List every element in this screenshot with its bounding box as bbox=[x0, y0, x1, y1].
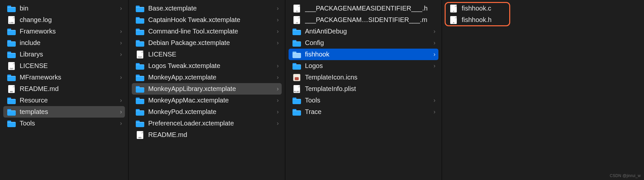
item-label: fishhook.h bbox=[462, 16, 640, 24]
list-item[interactable]: TXTLICENSE bbox=[0, 60, 128, 72]
folder-icon bbox=[292, 108, 301, 116]
list-item[interactable]: MonkeyPod.xctemplate› bbox=[129, 106, 285, 118]
chevron-right-icon: › bbox=[118, 28, 124, 35]
list-item[interactable]: Trace› bbox=[285, 106, 442, 118]
list-item[interactable]: .h___PACKAGENAMEASIDENTIFIER___.h bbox=[285, 3, 442, 14]
item-label: Debian Package.xctemplate bbox=[148, 39, 274, 47]
file-icon: LOG bbox=[7, 16, 16, 24]
finder-column-view: bin›LOGchange.logFrameworks›include›Libr… bbox=[0, 0, 644, 180]
folder-icon bbox=[136, 16, 144, 24]
chevron-right-icon: › bbox=[274, 16, 281, 23]
file-icon: TXT bbox=[7, 62, 16, 70]
file-icon: TXT bbox=[136, 50, 144, 59]
item-label: TemplateInfo.plist bbox=[305, 85, 438, 93]
list-item[interactable]: templates› bbox=[3, 106, 125, 118]
chevron-right-icon: › bbox=[431, 62, 438, 69]
item-label: Config bbox=[305, 39, 431, 47]
chevron-right-icon: › bbox=[274, 39, 281, 46]
list-item[interactable]: .hfishhook.h bbox=[442, 14, 644, 26]
folder-icon bbox=[7, 4, 16, 13]
list-item[interactable]: LOGchange.log bbox=[0, 14, 128, 26]
watermark-text: CSDN @jinrui_w bbox=[610, 173, 641, 178]
list-item[interactable]: MDREADME.md bbox=[129, 129, 285, 141]
list-item[interactable]: Config› bbox=[285, 37, 442, 49]
chevron-right-icon: › bbox=[118, 5, 124, 12]
folder-icon bbox=[136, 85, 144, 93]
list-item[interactable]: Librarys› bbox=[0, 49, 128, 60]
chevron-right-icon: › bbox=[431, 39, 438, 46]
folder-icon bbox=[7, 27, 16, 36]
list-item[interactable]: MonkeyApp.xctemplate› bbox=[129, 72, 285, 83]
chevron-right-icon: › bbox=[274, 62, 281, 69]
list-item[interactable]: Resource› bbox=[0, 95, 128, 106]
list-item[interactable]: bin› bbox=[0, 3, 128, 14]
list-item[interactable]: Base.xctemplate› bbox=[129, 3, 285, 14]
chevron-right-icon: › bbox=[274, 74, 281, 81]
list-item[interactable]: Tools› bbox=[0, 118, 128, 129]
list-item[interactable]: Logos Tweak.xctemplate› bbox=[129, 60, 285, 72]
item-label: fishhook.c bbox=[462, 5, 640, 12]
list-item[interactable]: MonkeyAppLibrary.xctemplate› bbox=[132, 83, 282, 95]
chevron-right-icon: › bbox=[431, 108, 438, 115]
chevron-right-icon: › bbox=[274, 108, 281, 115]
folder-icon bbox=[7, 73, 16, 82]
item-label: PreferenceLoader.xctemplate bbox=[148, 120, 274, 127]
folder-icon bbox=[136, 119, 144, 128]
item-label: Logos bbox=[305, 62, 431, 70]
item-label: TemplateIcon.icns bbox=[305, 74, 438, 81]
list-item[interactable]: AntiAntiDebug› bbox=[285, 26, 442, 37]
item-label: Librarys bbox=[20, 51, 118, 58]
folder-icon bbox=[136, 4, 144, 13]
item-label: bin bbox=[20, 5, 118, 12]
chevron-right-icon: › bbox=[118, 97, 124, 104]
chevron-right-icon: › bbox=[431, 97, 438, 104]
list-item[interactable]: Command-line Tool.xctemplate› bbox=[129, 26, 285, 37]
file-type-tag: LOG bbox=[8, 22, 15, 24]
file-type-tag: .m bbox=[293, 22, 300, 24]
list-item[interactable]: MonkeyAppMac.xctemplate› bbox=[129, 95, 285, 106]
file-type-tag: .h bbox=[293, 10, 300, 12]
file-type-tag: MD bbox=[8, 91, 15, 93]
item-label: ___PACKAGENAM…SIDENTIFIER___.m bbox=[305, 16, 438, 24]
column-2: .h___PACKAGENAMEASIDENTIFIER___.h.m___PA… bbox=[285, 0, 442, 180]
list-item[interactable]: MDREADME.md bbox=[0, 83, 128, 95]
file-icon: .c bbox=[449, 4, 458, 13]
chevron-right-icon: › bbox=[274, 5, 281, 12]
file-icon: MD bbox=[136, 131, 144, 139]
list-item[interactable]: fishhook› bbox=[289, 49, 438, 60]
list-item[interactable]: Tools› bbox=[285, 95, 442, 106]
item-label: Resource bbox=[20, 97, 118, 104]
chevron-right-icon: › bbox=[118, 120, 124, 127]
item-label: change.log bbox=[20, 16, 124, 24]
item-label: fishhook bbox=[305, 51, 431, 58]
chevron-right-icon: › bbox=[118, 39, 124, 46]
list-item[interactable]: .m___PACKAGENAM…SIDENTIFIER___.m bbox=[285, 14, 442, 26]
file-icon: .h bbox=[292, 4, 301, 13]
folder-icon bbox=[136, 108, 144, 116]
list-item[interactable]: MFrameworks› bbox=[0, 72, 128, 83]
item-label: Trace bbox=[305, 108, 431, 116]
item-label: LICENSE bbox=[20, 62, 124, 70]
folder-icon bbox=[292, 96, 301, 105]
list-item[interactable]: PreferenceLoader.xctemplate› bbox=[129, 118, 285, 129]
list-item[interactable]: CaptainHook Tweak.xctemplate› bbox=[129, 14, 285, 26]
list-item[interactable]: Logos› bbox=[285, 60, 442, 72]
column-0: bin›LOGchange.logFrameworks›include›Libr… bbox=[0, 0, 129, 180]
list-item[interactable]: PLISTTemplateInfo.plist bbox=[285, 83, 442, 95]
list-item[interactable]: Debian Package.xctemplate› bbox=[129, 37, 285, 49]
icns-icon bbox=[292, 73, 301, 82]
file-icon: PLIST bbox=[292, 85, 301, 93]
folder-icon bbox=[292, 27, 301, 36]
item-label: Tools bbox=[305, 97, 431, 104]
list-item[interactable]: Frameworks› bbox=[0, 26, 128, 37]
list-item[interactable]: include› bbox=[0, 37, 128, 49]
list-item[interactable]: TemplateIcon.icns bbox=[285, 72, 442, 83]
file-type-tag: .h bbox=[450, 22, 457, 24]
item-label: MonkeyAppMac.xctemplate bbox=[148, 97, 274, 104]
chevron-right-icon: › bbox=[118, 108, 124, 115]
list-item[interactable]: TXTLICENSE bbox=[129, 49, 285, 60]
item-label: AntiAntiDebug bbox=[305, 28, 431, 35]
item-label: CaptainHook Tweak.xctemplate bbox=[148, 16, 274, 24]
list-item[interactable]: .cfishhook.c bbox=[442, 3, 644, 14]
folder-icon bbox=[292, 50, 301, 59]
